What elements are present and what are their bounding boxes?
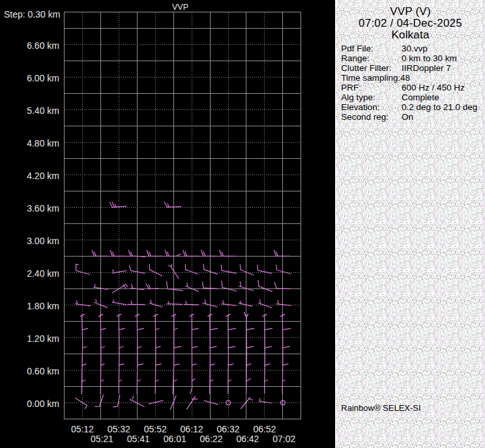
svg-text:05:52: 05:52 [144, 424, 167, 434]
svg-text:Range:: Range: [341, 53, 370, 63]
svg-text:0 km to 30 km: 0 km to 30 km [402, 53, 457, 63]
svg-text:Time sampling:: Time sampling: [341, 73, 400, 83]
svg-text:05:12: 05:12 [71, 424, 94, 434]
svg-text:05:41: 05:41 [127, 434, 150, 444]
svg-text:4.20 km: 4.20 km [27, 171, 59, 181]
svg-text:07:02 / 04-Dec-2025: 07:02 / 04-Dec-2025 [359, 17, 462, 29]
svg-text:Pdf File:: Pdf File: [341, 44, 374, 53]
svg-text:Complete: Complete [402, 92, 439, 102]
svg-text:1.80 km: 1.80 km [27, 301, 59, 311]
svg-text:2.40 km: 2.40 km [27, 268, 59, 279]
svg-text:600 Hz / 450 Hz: 600 Hz / 450 Hz [402, 83, 465, 92]
svg-text:Elevation:: Elevation: [341, 102, 379, 112]
svg-text:48: 48 [400, 73, 410, 83]
svg-text:VVP: VVP [172, 3, 188, 12]
svg-text:3.00 km: 3.00 km [27, 236, 59, 246]
svg-text:6.00 km: 6.00 km [27, 73, 59, 83]
svg-text:1.20 km: 1.20 km [27, 333, 59, 344]
svg-text:06:22: 06:22 [200, 434, 223, 444]
svg-text:0.00 km: 0.00 km [27, 399, 59, 409]
svg-text:0.60 km: 0.60 km [27, 366, 59, 376]
svg-text:Second reg:: Second reg: [341, 112, 389, 122]
svg-text:0.2 deg to 21.0 deg: 0.2 deg to 21.0 deg [402, 102, 477, 112]
svg-text:5.40 km: 5.40 km [27, 105, 59, 116]
svg-text:Alg type:: Alg type: [341, 92, 375, 102]
svg-text:06:01: 06:01 [164, 434, 186, 444]
svg-text:IIRDoppler 7: IIRDoppler 7 [402, 63, 451, 73]
svg-text:05:32: 05:32 [108, 424, 130, 434]
svg-text:30.vvp: 30.vvp [402, 44, 428, 53]
svg-text:07:02: 07:02 [272, 434, 295, 444]
svg-text:Kolkata: Kolkata [391, 29, 429, 41]
svg-text:05:21: 05:21 [91, 434, 113, 444]
svg-text:06:12: 06:12 [181, 424, 203, 434]
svg-text:06:52: 06:52 [253, 424, 276, 434]
svg-text:Step: 0.30 km: Step: 0.30 km [4, 9, 60, 20]
svg-text:3.60 km: 3.60 km [27, 203, 59, 214]
svg-text:06:42: 06:42 [236, 434, 259, 444]
svg-text:Rainbow® SELEX-SI: Rainbow® SELEX-SI [341, 403, 420, 413]
svg-text:6.60 km: 6.60 km [27, 40, 59, 51]
svg-text:VVP (V): VVP (V) [390, 5, 431, 18]
svg-text:4.80 km: 4.80 km [27, 138, 59, 148]
svg-text:PRF:: PRF: [341, 83, 361, 92]
svg-text:06:32: 06:32 [216, 424, 239, 434]
svg-text:On: On [402, 112, 413, 122]
svg-text:Clutter Filter:: Clutter Filter: [341, 63, 391, 73]
